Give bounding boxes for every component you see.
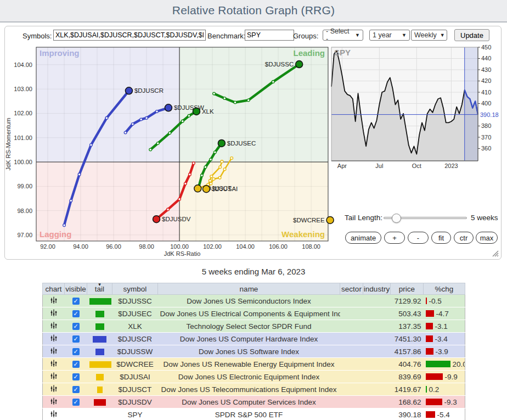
chart-link[interactable] (43, 396, 65, 408)
chart-link[interactable] (43, 358, 65, 371)
table-row-$DJUSSC: ✓$DJUSSCDow Jones US Semiconductors Inde… (43, 295, 465, 307)
groups-select[interactable]: - Select - ▼ (323, 30, 363, 41)
tail-color-swatch[interactable] (95, 311, 104, 317)
rrg-symbol-dot-$DJUSDV[interactable] (153, 216, 160, 223)
rrg-symbol-dot-$DJUSSW[interactable] (165, 104, 172, 111)
column-header-chg[interactable]: %chg (424, 283, 465, 295)
rrg-symbol-label: $DJUSEC (227, 140, 256, 147)
rrg-tail-marker (156, 142, 159, 145)
max-button[interactable]: max (476, 232, 498, 244)
tail-color-swatch[interactable] (96, 374, 104, 380)
rrg-symbol-dot-$DJUSSC[interactable] (296, 61, 303, 68)
rrg-tail-marker (213, 151, 216, 154)
column-header-tail[interactable]: tail▾ (87, 283, 112, 295)
tail-color-swatch[interactable] (95, 323, 104, 330)
tail-length-slider-thumb[interactable] (392, 214, 401, 223)
column-header-symbol[interactable]: symbol (112, 283, 158, 295)
x-tick-label: 106.00 (269, 243, 288, 250)
industry-cell (363, 295, 391, 307)
zoom-in-button[interactable]: + (384, 232, 405, 244)
chevron-down-icon: ▼ (440, 32, 445, 38)
column-header-industry[interactable]: industry (363, 283, 391, 295)
chart-link[interactable] (43, 371, 65, 383)
frequency-select[interactable]: Weekly ▼ (411, 30, 447, 41)
rrg-symbol-dot-XLK[interactable] (193, 108, 200, 115)
rrg-tail-marker (189, 173, 191, 176)
tail-color-swatch[interactable] (94, 399, 106, 406)
rrg-symbol-dot-$DWCREE[interactable] (326, 216, 334, 223)
rrg-tail-marker (105, 116, 108, 119)
column-header-visible[interactable]: visible (65, 283, 87, 295)
tail-cell (87, 295, 112, 307)
chart-link[interactable] (43, 383, 65, 396)
visible-checkbox[interactable]: ✓ (72, 399, 80, 406)
rrg-symbol-dot-$DJUSAI[interactable] (202, 186, 210, 193)
pct-change-bar (426, 298, 427, 304)
rrg-tail-marker (131, 123, 134, 126)
zoom-out-button[interactable]: - (408, 232, 429, 244)
symbol-cell: $DJUSSC (112, 295, 158, 307)
rrg-tail-marker (145, 116, 148, 119)
tail-cell (87, 333, 112, 345)
tail-color-swatch[interactable] (93, 336, 106, 343)
benchmark-label: Benchmark: (207, 32, 245, 40)
rrg-symbol-dot-$DJUSCT[interactable] (194, 185, 201, 192)
x-tick-label: 102.00 (203, 243, 222, 250)
industry-cell (363, 408, 391, 420)
pct-change-value: -4.7 (436, 310, 449, 318)
tail-cell (87, 371, 112, 383)
period-select[interactable]: 1 year ▼ (369, 30, 410, 41)
pct-change-bar (426, 310, 434, 317)
name-cell: Dow Jones US Semiconductors Index (158, 295, 340, 307)
visible-checkbox[interactable]: ✓ (72, 310, 80, 317)
pct-change-value: -3.4 (435, 335, 448, 343)
visible-checkbox[interactable]: ✓ (72, 373, 80, 380)
symbols-input[interactable] (53, 30, 206, 41)
sector-cell (340, 333, 363, 345)
tail-color-swatch[interactable] (89, 298, 111, 305)
column-header-sector[interactable]: sector (340, 283, 363, 295)
pct-change-cell: -3.9 (424, 345, 465, 358)
center-button[interactable]: ctr (454, 232, 474, 244)
price-cell: 1419.67 (391, 383, 424, 396)
fit-button[interactable]: fit (431, 232, 451, 244)
benchmark-input[interactable] (245, 30, 294, 41)
visible-checkbox[interactable]: ✓ (72, 348, 80, 355)
rrg-tail-marker (230, 157, 233, 160)
update-button[interactable]: Update (454, 29, 489, 41)
resize-handle-icon[interactable] (491, 249, 499, 257)
tail-color-swatch[interactable] (97, 387, 103, 393)
rrg-tail-marker (181, 120, 184, 122)
quadrant-label-improving: Improving (40, 48, 80, 58)
table-row-$DJUSEC: ✓$DJUSECDow Jones US Electrical Componen… (43, 307, 465, 320)
tail-color-swatch[interactable] (95, 349, 104, 355)
visible-checkbox[interactable]: ✓ (72, 361, 80, 368)
chart-link[interactable] (43, 295, 65, 307)
visible-cell: ✓ (65, 333, 87, 345)
rrg-tail-marker (70, 199, 72, 202)
rrg-tail-marker (192, 162, 195, 165)
chart-link[interactable] (43, 307, 65, 320)
visible-checkbox[interactable]: ✓ (72, 298, 80, 305)
name-cell: SPDR S&P 500 ETF (158, 408, 340, 420)
column-header-chart[interactable]: chart (43, 283, 65, 295)
symbol-cell: SPY (112, 408, 158, 420)
column-header-price[interactable]: price (391, 283, 424, 295)
rrg-symbol-dot-$DJUSEC[interactable] (218, 139, 225, 147)
animate-button[interactable]: animate (345, 232, 381, 244)
chart-link[interactable] (43, 333, 65, 345)
chart-link[interactable] (43, 345, 65, 358)
column-header-name[interactable]: name (158, 283, 340, 295)
chart-link[interactable] (43, 408, 65, 420)
table-row-$DJUSDV: ✓$DJUSDVDow Jones US Computer Services I… (43, 396, 465, 408)
rrg-tail-marker (210, 158, 212, 161)
chart-link[interactable] (43, 320, 65, 333)
visible-checkbox[interactable]: ✓ (72, 386, 80, 393)
rrg-tail-marker (156, 110, 159, 113)
visible-checkbox[interactable]: ✓ (72, 323, 80, 330)
visible-checkbox[interactable]: ✓ (72, 335, 80, 343)
rrg-symbol-dot-$DJUSCR[interactable] (125, 87, 132, 94)
tail-color-swatch[interactable] (89, 361, 111, 368)
pct-change-bar (426, 361, 450, 367)
rrg-tail-marker (178, 198, 181, 200)
